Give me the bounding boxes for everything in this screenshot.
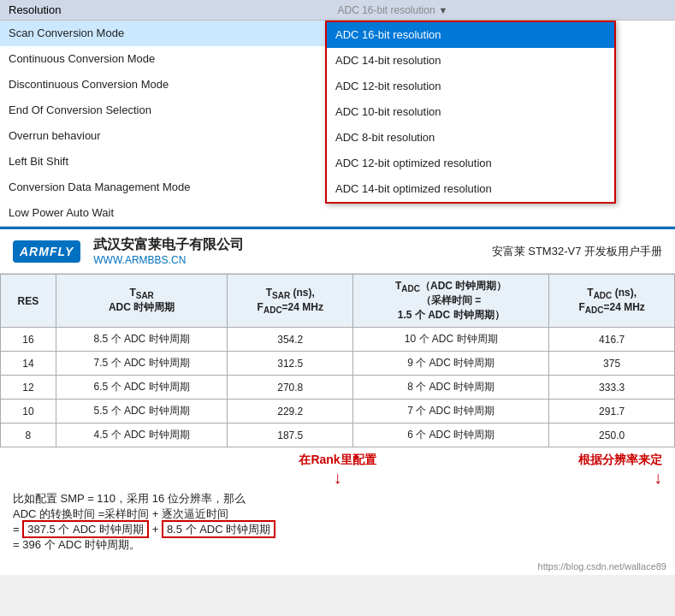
url-text: https://blog.csdn.net/wallace89 xyxy=(538,561,666,572)
manual-title: 安富莱 STM32-V7 开发板用户手册 xyxy=(492,244,662,259)
arrow-down-right: ↓ xyxy=(654,468,662,487)
formula-section: 比如配置 SMP = 110，采用 16 位分辨率，那么 ADC 的转换时间 =… xyxy=(0,488,675,560)
formula-line1: 比如配置 SMP = 110，采用 16 位分辨率，那么 xyxy=(13,491,662,506)
table-cell-res: 14 xyxy=(1,352,56,376)
settings-row[interactable]: Left Bit Shift xyxy=(0,149,325,175)
col-tsar-ns: TSAR (ns),FADC=24 MHz xyxy=(228,275,353,328)
table-cell-tadcNs: 291.7 xyxy=(549,400,675,424)
table-row: 105.5 个 ADC 时钟周期229.27 个 ADC 时钟周期291.7 xyxy=(1,400,675,424)
url-bar: https://blog.csdn.net/wallace89 xyxy=(0,560,675,575)
top-section: Resolution ADC 16-bit resolution ▼ Scan … xyxy=(0,0,675,227)
table-cell-tadcNs: 375 xyxy=(549,352,675,376)
company-name: 武汉安富莱电子有限公司 xyxy=(93,236,244,254)
table-cell-tsarNs: 312.5 xyxy=(228,352,353,376)
formula-box2: 8.5 个 ADC 时钟周期 xyxy=(162,520,275,538)
table-cell-tsarNs: 187.5 xyxy=(228,424,353,447)
settings-row[interactable]: Low Power Auto Wait xyxy=(0,200,325,226)
dropdown-item[interactable]: ADC 16-bit resolution xyxy=(327,22,614,48)
settings-row[interactable]: End Of Conversion Selection xyxy=(0,98,325,123)
formula-plus: + xyxy=(152,523,162,536)
table-cell-res: 16 xyxy=(1,328,56,352)
resolution-current-value: ADC 16-bit resolution xyxy=(338,4,435,16)
armfly-header: ARMFLY 武汉安富莱电子有限公司 WWW.ARMBBS.CN 安富莱 STM… xyxy=(0,229,675,274)
settings-list: Scan Conversion ModeContinuous Conversio… xyxy=(0,21,325,226)
settings-row[interactable]: Overrun behaviour xyxy=(0,123,325,149)
armfly-company-block: 武汉安富莱电子有限公司 WWW.ARMBBS.CN xyxy=(93,236,244,266)
settings-row[interactable]: Discontinuous Conversion Mode xyxy=(0,72,325,98)
settings-row[interactable]: Continuous Conversion Mode xyxy=(0,46,325,72)
table-cell-tsarNs: 270.8 xyxy=(228,376,353,400)
annotations-row: 在Rank里配置 ↓ 根据分辨率来定 ↓ xyxy=(0,447,675,488)
table-cell-tsar: 8.5 个 ADC 时钟周期 xyxy=(56,328,228,352)
data-table: RES TSARADC 时钟周期 TSAR (ns),FADC=24 MHz T… xyxy=(0,274,675,447)
top-content: Scan Conversion ModeContinuous Conversio… xyxy=(0,21,675,226)
col-res: RES xyxy=(1,275,56,328)
resolution-label: Resolution xyxy=(9,3,338,16)
formula-line4: = 396 个 ADC 时钟周期。 xyxy=(13,537,662,553)
table-cell-tsarNs: 354.2 xyxy=(228,328,353,352)
dropdown-overlay: ADC 16-bit resolutionADC 14-bit resoluti… xyxy=(325,21,616,204)
bottom-section: ARMFLY 武汉安富莱电子有限公司 WWW.ARMBBS.CN 安富莱 STM… xyxy=(0,227,675,575)
dropdown-item[interactable]: ADC 8-bit resolution xyxy=(327,125,614,151)
table-cell-tsarNs: 229.2 xyxy=(228,400,353,424)
annotation-center-block: 在Rank里配置 ↓ xyxy=(229,453,446,488)
annotation-right-block: 根据分辨率来定 ↓ xyxy=(446,453,662,488)
resolution-row: Resolution ADC 16-bit resolution ▼ xyxy=(0,0,675,21)
table-row: 168.5 个 ADC 时钟周期354.210 个 ADC 时钟周期416.7 xyxy=(1,328,675,352)
col-tadc-ns: TADC (ns),FADC=24 MHz xyxy=(549,275,675,328)
resolution-dropdown-arrow[interactable]: ▼ xyxy=(439,5,448,15)
table-cell-tadcNs: 333.3 xyxy=(549,376,675,400)
table-cell-tsar: 6.5 个 ADC 时钟周期 xyxy=(56,376,228,400)
table-cell-tadc: 10 个 ADC 时钟周期 xyxy=(353,328,549,352)
table-row: 147.5 个 ADC 时钟周期312.59 个 ADC 时钟周期375 xyxy=(1,352,675,376)
annotation-left-space xyxy=(13,453,229,488)
table-cell-tadc: 8 个 ADC 时钟周期 xyxy=(353,376,549,400)
formula-line3: = 387.5 个 ADC 时钟周期 + 8.5 个 ADC 时钟周期 xyxy=(13,522,662,537)
formula-prefix: = xyxy=(13,523,22,536)
dropdown-item[interactable]: ADC 14-bit resolution xyxy=(327,48,614,74)
table-cell-tsar: 7.5 个 ADC 时钟周期 xyxy=(56,352,228,376)
settings-row[interactable]: Conversion Data Management Mode xyxy=(0,175,325,200)
armfly-logo: ARMFLY xyxy=(13,240,80,263)
table-cell-tsar: 5.5 个 ADC 时钟周期 xyxy=(56,400,228,424)
annotation-right-text: 根据分辨率来定 xyxy=(578,453,662,466)
col-tsar: TSARADC 时钟周期 xyxy=(56,275,228,328)
annotation-center-text: 在Rank里配置 xyxy=(299,453,376,466)
arrow-down-center: ↓ xyxy=(334,468,342,487)
table-cell-res: 8 xyxy=(1,424,56,447)
table-row: 126.5 个 ADC 时钟周期270.88 个 ADC 时钟周期333.3 xyxy=(1,376,675,400)
col-tadc: TADC（ADC 时钟周期）（采样时间 =1.5 个 ADC 时钟周期） xyxy=(353,275,549,328)
website: WWW.ARMBBS.CN xyxy=(93,254,244,266)
table-cell-res: 12 xyxy=(1,376,56,400)
dropdown-item[interactable]: ADC 14-bit optimized resolution xyxy=(327,176,614,202)
table-cell-res: 10 xyxy=(1,400,56,424)
table-cell-tadc: 6 个 ADC 时钟周期 xyxy=(353,424,549,447)
dropdown-item[interactable]: ADC 10-bit resolution xyxy=(327,99,614,125)
table-row: 84.5 个 ADC 时钟周期187.56 个 ADC 时钟周期250.0 xyxy=(1,424,675,447)
formula-box1: 387.5 个 ADC 时钟周期 xyxy=(22,520,149,538)
table-cell-tsar: 4.5 个 ADC 时钟周期 xyxy=(56,424,228,447)
table-cell-tadc: 7 个 ADC 时钟周期 xyxy=(353,400,549,424)
table-cell-tadcNs: 250.0 xyxy=(549,424,675,447)
table-cell-tadc: 9 个 ADC 时钟周期 xyxy=(353,352,549,376)
table-cell-tadcNs: 416.7 xyxy=(549,328,675,352)
dropdown-item[interactable]: ADC 12-bit resolution xyxy=(327,74,614,99)
settings-row[interactable]: Scan Conversion Mode xyxy=(0,21,325,46)
resolution-dropdown-area: ADC 16-bit resolution ▼ xyxy=(338,4,667,16)
dropdown-item[interactable]: ADC 12-bit optimized resolution xyxy=(327,151,614,176)
